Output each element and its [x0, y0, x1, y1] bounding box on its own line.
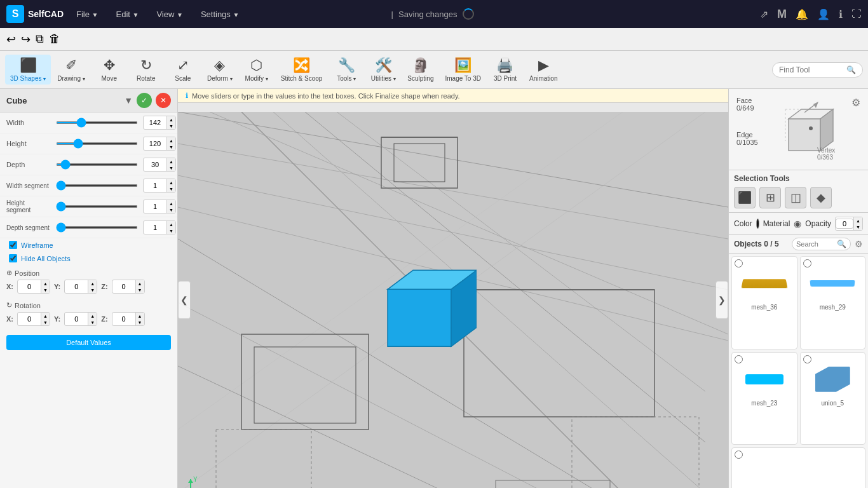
- menu-edit[interactable]: Edit ▼: [111, 7, 144, 22]
- tool-stitch[interactable]: 🔀 Stitch & Scoop: [276, 55, 328, 85]
- tool-drawing[interactable]: ✐ Drawing ▾: [52, 55, 90, 85]
- pos-z-input[interactable]: [112, 281, 135, 292]
- object-item-mesh29[interactable]: mesh_29: [800, 256, 866, 349]
- m-icon[interactable]: M: [777, 8, 787, 21]
- nav-right-arrow[interactable]: ❯: [715, 281, 728, 319]
- objects-gear-icon[interactable]: ⚙: [855, 239, 863, 249]
- logo[interactable]: S SelfCAD: [6, 5, 64, 23]
- tool-tools[interactable]: 🔧 Tools ▾: [329, 55, 364, 85]
- height-slider[interactable]: [56, 142, 138, 145]
- panel-ok-button[interactable]: ✓: [137, 93, 152, 108]
- sel-tool-point[interactable]: ◆: [810, 187, 832, 208]
- tool-animation[interactable]: ▶ Animation: [524, 55, 562, 85]
- object-item-mesh36[interactable]: mesh_36: [731, 256, 797, 349]
- sel-tool-face[interactable]: ⬛: [734, 187, 756, 208]
- tool-modify[interactable]: ⬡ Modify ▾: [239, 55, 275, 85]
- canvas-area[interactable]: ℹ Move sliders or type in the values int…: [178, 89, 728, 488]
- default-values-button[interactable]: Default Values: [6, 335, 171, 350]
- width-segment-up[interactable]: ▲: [166, 179, 175, 186]
- redo-button[interactable]: ↪: [21, 32, 31, 46]
- object-radio-mesh29[interactable]: [803, 259, 811, 268]
- nav-left-arrow[interactable]: ❮: [178, 281, 191, 319]
- fullscreen-icon[interactable]: ⛶: [851, 8, 862, 20]
- height-segment-up[interactable]: ▲: [166, 200, 175, 207]
- depth-slider[interactable]: [56, 163, 138, 166]
- height-up[interactable]: ▲: [166, 137, 175, 144]
- tool-utilities[interactable]: 🛠️ Utilities ▾: [365, 55, 401, 85]
- depth-segment-up[interactable]: ▲: [166, 221, 175, 227]
- pos-x-up[interactable]: ▲: [41, 280, 50, 287]
- height-input[interactable]: [144, 139, 166, 149]
- height-segment-down[interactable]: ▼: [166, 207, 175, 213]
- opacity-down[interactable]: ▼: [853, 224, 862, 230]
- hide-all-checkbox[interactable]: [9, 254, 17, 262]
- tool-sculpting[interactable]: 🗿 Sculpting: [402, 55, 438, 85]
- hide-all-label[interactable]: Hide All Objects: [21, 255, 71, 262]
- material-icon[interactable]: ◉: [794, 219, 801, 229]
- object-radio-extra[interactable]: [735, 451, 743, 459]
- opacity-up[interactable]: ▲: [853, 217, 862, 224]
- tool-move[interactable]: ✥ Move: [92, 55, 127, 85]
- tool-3dshapes[interactable]: ⬛ 3D Shapes ▾: [5, 55, 51, 85]
- width-up[interactable]: ▲: [166, 116, 175, 123]
- rot-y-input[interactable]: [65, 314, 88, 324]
- wireframe-checkbox[interactable]: [9, 241, 17, 249]
- search-box[interactable]: 🔍: [792, 238, 851, 250]
- bell-icon[interactable]: 🔔: [796, 8, 808, 20]
- pos-x-down[interactable]: ▼: [41, 287, 50, 293]
- menu-file[interactable]: File ▼: [71, 7, 103, 22]
- panel-dropdown-icon[interactable]: ▼: [124, 95, 133, 105]
- width-segment-down[interactable]: ▼: [166, 186, 175, 192]
- tool-image3d[interactable]: 🖼️ Image To 3D: [440, 55, 486, 85]
- height-down[interactable]: ▼: [166, 144, 175, 150]
- color-picker[interactable]: [756, 219, 759, 229]
- depth-segment-slider[interactable]: [56, 226, 138, 229]
- rot-x-up[interactable]: ▲: [41, 313, 50, 319]
- depth-down[interactable]: ▼: [166, 165, 175, 171]
- share-icon[interactable]: ⇗: [760, 8, 768, 20]
- width-input[interactable]: [144, 118, 166, 128]
- rot-z-down[interactable]: ▼: [135, 319, 144, 325]
- object-item-union5[interactable]: union_5: [800, 352, 866, 445]
- user-icon[interactable]: 👤: [817, 8, 830, 20]
- depth-up[interactable]: ▲: [166, 158, 175, 165]
- tool-scale[interactable]: ⤢ Scale: [165, 55, 201, 85]
- find-tool-box[interactable]: 🔍: [772, 62, 863, 78]
- rot-x-input[interactable]: [18, 314, 41, 324]
- rot-z-up[interactable]: ▲: [135, 313, 144, 319]
- height-segment-slider[interactable]: [56, 205, 138, 208]
- width-down[interactable]: ▼: [166, 123, 175, 129]
- height-segment-input[interactable]: [144, 201, 166, 212]
- pos-y-up[interactable]: ▲: [88, 280, 97, 287]
- depth-input[interactable]: [144, 159, 166, 170]
- width-segment-input[interactable]: [144, 180, 166, 191]
- undo-button[interactable]: ↩: [6, 32, 16, 46]
- rot-x-down[interactable]: ▼: [41, 319, 50, 325]
- object-item-extra[interactable]: [731, 447, 865, 488]
- duplicate-button[interactable]: ⧉: [36, 32, 44, 46]
- find-tool-input[interactable]: [779, 65, 843, 74]
- tool-deform[interactable]: ◈ Deform ▾: [202, 55, 238, 85]
- search-input[interactable]: [796, 240, 834, 248]
- tool-print3d[interactable]: 🖨️ 3D Print: [487, 55, 523, 85]
- info-icon[interactable]: ℹ: [839, 8, 843, 20]
- sel-tool-outline[interactable]: ◫: [785, 187, 806, 208]
- pos-y-down[interactable]: ▼: [88, 287, 97, 293]
- rot-z-input[interactable]: [112, 314, 135, 324]
- pos-x-input[interactable]: [18, 281, 41, 292]
- object-radio-mesh23[interactable]: [735, 355, 743, 363]
- pos-y-input[interactable]: [65, 281, 88, 292]
- pos-z-up[interactable]: ▲: [135, 280, 144, 287]
- tool-rotate[interactable]: ↻ Rotate: [128, 55, 164, 85]
- gear-icon-right[interactable]: ⚙: [851, 97, 860, 109]
- depth-segment-down[interactable]: ▼: [166, 227, 175, 234]
- depth-segment-input[interactable]: [144, 222, 166, 233]
- object-radio-mesh36[interactable]: [735, 259, 743, 268]
- delete-button[interactable]: 🗑: [49, 32, 60, 46]
- object-item-mesh23[interactable]: mesh_23: [731, 352, 797, 445]
- width-segment-slider[interactable]: [56, 184, 138, 187]
- pos-z-down[interactable]: ▼: [135, 287, 144, 293]
- opacity-input[interactable]: [836, 219, 853, 229]
- rot-y-down[interactable]: ▼: [88, 319, 97, 325]
- panel-close-button[interactable]: ✕: [156, 93, 171, 108]
